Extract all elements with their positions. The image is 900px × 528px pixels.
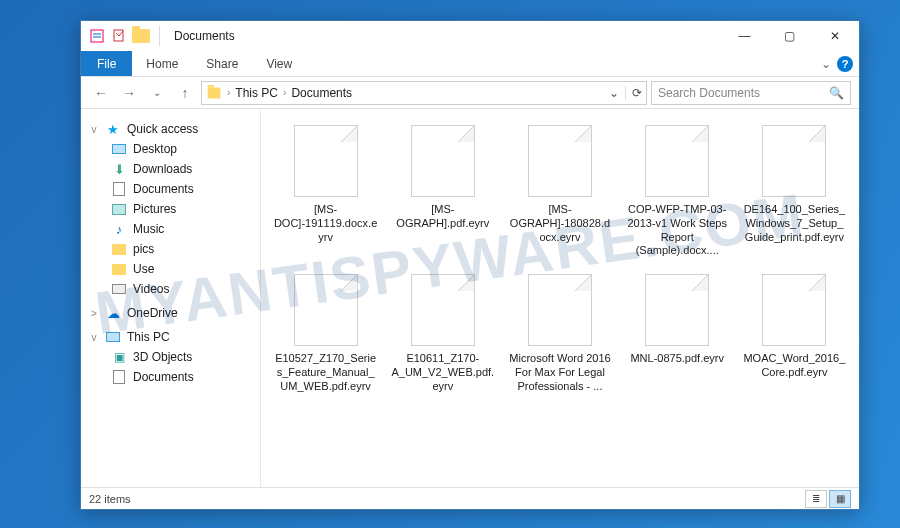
window-title: Documents — [174, 29, 722, 43]
sidebar-label: Downloads — [133, 162, 192, 176]
sidebar-item-documents-pc[interactable]: Documents — [81, 367, 260, 387]
chevron-right-icon: › — [224, 87, 233, 98]
sidebar-label: OneDrive — [127, 306, 178, 320]
file-tab[interactable]: File — [81, 51, 132, 76]
minimize-button[interactable]: — — [722, 22, 767, 51]
up-button[interactable]: ↑ — [173, 81, 197, 105]
file-name: Microsoft Word 2016 For Max For Legal Pr… — [507, 352, 612, 393]
file-name: MOAC_Word_2016_Core.pdf.eyrv — [742, 352, 847, 380]
sidebar-item-desktop[interactable]: Desktop — [81, 139, 260, 159]
help-icon[interactable]: ? — [837, 56, 853, 72]
document-icon — [111, 181, 127, 197]
file-item[interactable]: Microsoft Word 2016 For Max For Legal Pr… — [503, 270, 616, 397]
file-item[interactable]: [MS-OGRAPH].pdf.eyrv — [386, 121, 499, 262]
file-item[interactable]: MOAC_Word_2016_Core.pdf.eyrv — [738, 270, 851, 397]
body: v ★ Quick access Desktop ⬇Downloads Docu… — [81, 109, 859, 487]
view-tab[interactable]: View — [252, 51, 306, 76]
file-item[interactable]: E10527_Z170_Series_Feature_Manual_UM_WEB… — [269, 270, 382, 397]
sidebar-item-pics[interactable]: pics — [81, 239, 260, 259]
forward-button[interactable]: → — [117, 81, 141, 105]
pictures-icon — [111, 201, 127, 217]
file-icon — [528, 274, 592, 346]
collapse-ribbon-icon[interactable]: ⌄ — [821, 57, 831, 71]
file-item[interactable]: [MS-DOC]-191119.docx.eyrv — [269, 121, 382, 262]
sidebar-onedrive[interactable]: > ☁ OneDrive — [81, 303, 260, 323]
file-icon — [411, 125, 475, 197]
sidebar-quick-access[interactable]: v ★ Quick access — [81, 119, 260, 139]
file-icon — [645, 274, 709, 346]
videos-icon — [111, 281, 127, 297]
file-item[interactable]: COP-WFP-TMP-03-2013-v1 Work Steps Report… — [621, 121, 734, 262]
title-bar: Documents — ▢ ✕ — [81, 21, 859, 51]
breadcrumb-dropdown-icon[interactable]: ⌄ — [605, 86, 623, 100]
pc-icon — [105, 329, 121, 345]
ribbon-tabs: File Home Share View ⌄ ? — [81, 51, 859, 77]
file-name: [MS-DOC]-191119.docx.eyrv — [273, 203, 378, 244]
search-icon[interactable]: 🔍 — [829, 86, 844, 100]
share-tab[interactable]: Share — [192, 51, 252, 76]
file-item[interactable]: [MS-OGRAPH]-180828.docx.eyrv — [503, 121, 616, 262]
file-name: [MS-OGRAPH].pdf.eyrv — [390, 203, 495, 231]
file-item[interactable]: MNL-0875.pdf.eyrv — [621, 270, 734, 397]
search-input[interactable]: Search Documents 🔍 — [651, 81, 851, 105]
folder-small-icon — [206, 85, 222, 101]
file-item[interactable]: E10611_Z170-A_UM_V2_WEB.pdf.eyrv — [386, 270, 499, 397]
home-tab[interactable]: Home — [132, 51, 192, 76]
svg-rect-0 — [91, 30, 103, 42]
file-name: [MS-OGRAPH]-180828.docx.eyrv — [507, 203, 612, 244]
folder-icon — [111, 261, 127, 277]
refresh-icon[interactable]: ⟳ — [625, 86, 642, 100]
sidebar-this-pc[interactable]: v This PC — [81, 327, 260, 347]
breadcrumb-bar[interactable]: › This PC › Documents ⌄ ⟳ — [201, 81, 647, 105]
file-name: MNL-0875.pdf.eyrv — [630, 352, 724, 366]
chevron-down-icon: v — [89, 124, 99, 135]
properties-icon[interactable] — [87, 26, 107, 46]
address-bar-row: ← → ⌄ ↑ › This PC › Documents ⌄ ⟳ Search… — [81, 77, 859, 109]
copy-icon[interactable] — [109, 26, 129, 46]
sidebar-label: Pictures — [133, 202, 176, 216]
history-dropdown-icon[interactable]: ⌄ — [145, 81, 169, 105]
close-button[interactable]: ✕ — [812, 22, 857, 51]
sidebar-item-documents[interactable]: Documents — [81, 179, 260, 199]
chevron-right-icon: > — [89, 308, 99, 319]
folder-icon[interactable] — [131, 26, 151, 46]
sidebar-item-music[interactable]: ♪Music — [81, 219, 260, 239]
sidebar-label: Use — [133, 262, 154, 276]
sidebar-label: This PC — [127, 330, 170, 344]
explorer-window: Documents — ▢ ✕ File Home Share View ⌄ ?… — [80, 20, 860, 510]
sidebar-item-videos[interactable]: Videos — [81, 279, 260, 299]
sidebar-label: Quick access — [127, 122, 198, 136]
quick-access-toolbar — [83, 26, 166, 46]
file-icon — [762, 274, 826, 346]
item-count: 22 items — [89, 493, 131, 505]
document-icon — [111, 369, 127, 385]
sidebar-label: pics — [133, 242, 154, 256]
back-button[interactable]: ← — [89, 81, 113, 105]
sidebar-item-pictures[interactable]: Pictures — [81, 199, 260, 219]
sidebar-item-use[interactable]: Use — [81, 259, 260, 279]
chevron-down-icon: v — [89, 332, 99, 343]
maximize-button[interactable]: ▢ — [767, 22, 812, 51]
3d-icon: ▣ — [111, 349, 127, 365]
file-name: DE164_100_Series_Windows_7_Setup_Guide_p… — [742, 203, 847, 244]
file-name: E10527_Z170_Series_Feature_Manual_UM_WEB… — [273, 352, 378, 393]
window-controls: — ▢ ✕ — [722, 22, 857, 51]
star-icon: ★ — [105, 121, 121, 137]
file-grid: [MS-DOC]-191119.docx.eyrv[MS-OGRAPH].pdf… — [269, 121, 851, 397]
icons-view-button[interactable]: ▦ — [829, 490, 851, 508]
breadcrumb-item[interactable]: Documents — [291, 86, 352, 100]
details-view-button[interactable]: ≣ — [805, 490, 827, 508]
music-icon: ♪ — [111, 221, 127, 237]
sidebar-label: Documents — [133, 182, 194, 196]
breadcrumb-item[interactable]: This PC — [235, 86, 278, 100]
cloud-icon: ☁ — [105, 305, 121, 321]
navigation-pane[interactable]: v ★ Quick access Desktop ⬇Downloads Docu… — [81, 109, 261, 487]
file-list-pane[interactable]: [MS-DOC]-191119.docx.eyrv[MS-OGRAPH].pdf… — [261, 109, 859, 487]
sidebar-item-3d-objects[interactable]: ▣3D Objects — [81, 347, 260, 367]
sidebar-label: Music — [133, 222, 164, 236]
sidebar-label: Videos — [133, 282, 169, 296]
file-item[interactable]: DE164_100_Series_Windows_7_Setup_Guide_p… — [738, 121, 851, 262]
file-icon — [762, 125, 826, 197]
file-icon — [294, 125, 358, 197]
sidebar-item-downloads[interactable]: ⬇Downloads — [81, 159, 260, 179]
